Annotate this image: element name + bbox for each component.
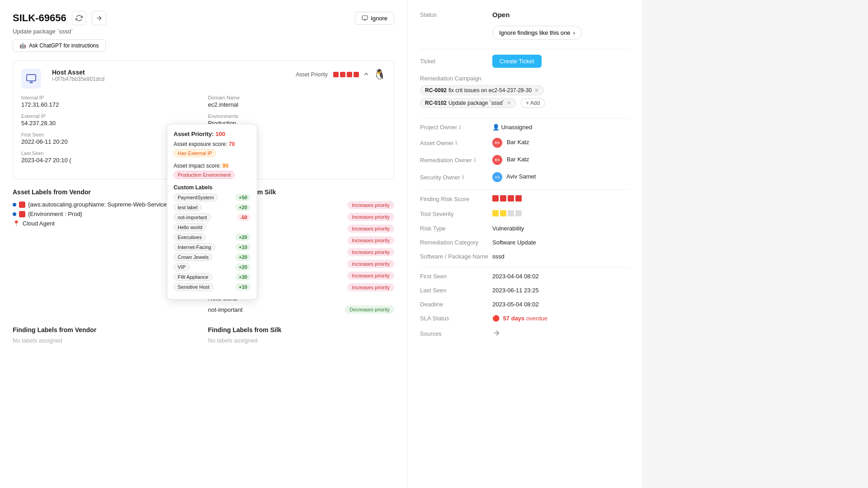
custom-labels-title: Custom Labels <box>174 184 250 191</box>
svg-rect-1 <box>27 75 36 81</box>
sync-icon[interactable] <box>72 11 86 25</box>
risk-type-label: Risk Type <box>420 225 492 232</box>
tooltip-label-item: not-important-50 <box>174 213 250 221</box>
finding-risk-value <box>492 195 629 203</box>
rc-remove-0092[interactable]: ✕ <box>534 87 539 94</box>
tooltip-label-item: Crown Jewels+20 <box>174 253 250 261</box>
deadline-label: Deadline <box>420 301 492 308</box>
project-owner-value: 👤 Unassigned <box>492 124 629 131</box>
no-vendor-labels: No labels assigned <box>13 337 199 344</box>
priority-chevron[interactable] <box>363 70 370 79</box>
tooltip-label-item: PaymentSystem+50 <box>174 193 250 202</box>
asset-id: i-0f7b47bb35e801dcd <box>52 76 104 82</box>
rp-first-seen-label: First Seen <box>420 273 492 280</box>
asset-owner-label: Asset Owner ℹ <box>420 140 492 146</box>
rp-last-seen-label: Last Seen <box>420 287 492 294</box>
priority-dots <box>333 72 359 77</box>
tooltip-label-item: Executives+20 <box>174 233 250 241</box>
monitor-icon <box>21 69 41 89</box>
remediation-category-label: Remediation Category <box>420 239 492 246</box>
ticket-label: Ticket <box>420 58 492 65</box>
security-owner-info-icon[interactable]: ℹ <box>462 174 464 180</box>
chatgpt-button[interactable]: 🤖 Ask ChatGPT for instructions <box>13 39 106 52</box>
sla-status-value: 🔴 57 days overdue <box>492 315 629 322</box>
asset-owner-info-icon[interactable]: ℹ <box>455 140 458 146</box>
svg-rect-0 <box>362 16 368 19</box>
internal-ip: Internal IP 172.31.60.172 <box>21 95 199 108</box>
silk-label-item: not-importantDecreases priority <box>208 305 394 314</box>
rp-first-seen-value: 2023-04-04 08:02 <box>492 273 629 280</box>
finding-labels-vendor-section: Finding Labels from Vendor No labels ass… <box>13 326 199 344</box>
remediation-category-value: Software Update <box>492 239 629 246</box>
rp-last-seen-value: 2023-06-11 23:25 <box>492 287 629 294</box>
tooltip-label-item: Internet-Facing+10 <box>174 243 250 251</box>
impact-score: Asset impact score: 90 <box>174 163 250 169</box>
tooltip-labels-list: PaymentSystem+50test label+20not-importa… <box>174 193 250 291</box>
create-ticket-button[interactable]: Create Ticket <box>492 55 542 68</box>
project-owner-label: Project Owner ℹ <box>420 124 492 131</box>
linux-icon: 🐧 <box>373 69 386 80</box>
no-silk-labels: No labels assigned <box>208 337 394 344</box>
tooltip-label-item: VIP+20 <box>174 263 250 271</box>
remediation-campaign-label: Remediation Campaign <box>420 75 492 82</box>
rc-tag-0092: RC-0092 fix crit issues on ec2-54-237-28… <box>420 85 544 95</box>
tooltip-label-item: Sensitive Host+10 <box>174 283 250 291</box>
asset-card: Host Asset i-0f7b47bb35e801dcd Asset Pri… <box>13 60 394 179</box>
tooltip-label-item: Hello world <box>174 223 250 231</box>
page-title: SILK-69656 <box>13 12 66 24</box>
sources-value <box>492 329 629 338</box>
risk-type-value: Vulnerability <box>492 225 629 232</box>
tooltip-label-item: test label+20 <box>174 203 250 211</box>
security-owner-label: Security Owner ℹ <box>420 174 492 181</box>
asset-priority-tooltip: Asset Priority: 100 Asset exposure score… <box>167 124 257 300</box>
software-label: Software / Package Name <box>420 253 492 260</box>
finding-risk-label: Finding Risk Score <box>420 196 492 202</box>
domain-name: Domain Name ec2.internal <box>208 95 386 108</box>
tooltip-label-item: FW Appliance+30 <box>174 273 250 281</box>
exposure-score: Asset exposure score: 70 <box>174 141 250 147</box>
subtitle: Update package `sssd` <box>13 28 394 35</box>
right-panel: Status Open Ignore findings like this on… <box>407 0 642 488</box>
tool-severity-label: Tool Severity <box>420 211 492 217</box>
software-value: sssd <box>492 253 629 260</box>
project-owner-info-icon[interactable]: ℹ <box>459 124 461 131</box>
ignore-findings-button[interactable]: Ignore findings like this one › <box>492 26 582 40</box>
asset-type: Host Asset <box>52 69 104 76</box>
add-rc-button[interactable]: + Add <box>521 98 545 108</box>
asset-priority-label: Asset Priority <box>296 71 328 78</box>
security-owner-value: AS Aviv Samet <box>492 172 629 182</box>
remediation-owner-label: Remediation Owner ℹ <box>420 157 492 164</box>
sla-status-label: SLA Status <box>420 315 492 322</box>
finding-labels-silk-section: Finding Labels from Silk No labels assig… <box>208 326 394 344</box>
arrow-icon[interactable] <box>92 11 106 25</box>
tool-severity-value <box>492 210 629 218</box>
ignore-button[interactable]: Ignore <box>355 12 394 25</box>
rc-tag-0102: RC-0102 Update package `sssd` ✕ <box>420 98 516 108</box>
remediation-owner-info-icon[interactable]: ℹ <box>474 157 476 163</box>
deadline-value: 2023-05-04 08:02 <box>492 301 629 308</box>
has-external-ip-badge: Has External IP <box>174 149 216 157</box>
status-value: Open <box>492 11 629 19</box>
production-env-badge: Production Environment <box>174 171 235 179</box>
sources-label: Sources <box>420 330 492 337</box>
status-label: Status <box>420 11 492 18</box>
rc-remove-0102[interactable]: ✕ <box>507 100 511 106</box>
asset-owner-value: BK Bar Katz <box>492 138 629 148</box>
remediation-owner-value: BK Bar Katz <box>492 155 629 165</box>
